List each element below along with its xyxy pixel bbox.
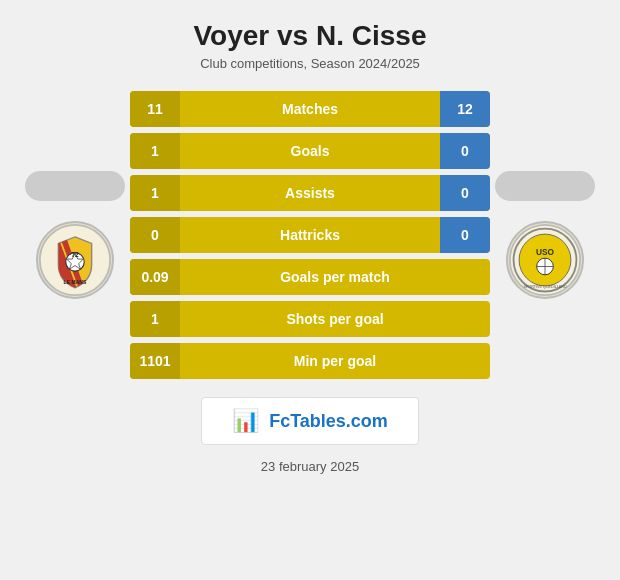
stat-row-0: 11Matches12	[130, 91, 490, 127]
footer-date: 23 february 2025	[261, 459, 359, 474]
stat-row-5: 1Shots per goal	[130, 301, 490, 337]
stat-right-val-2: 0	[440, 175, 490, 211]
page-subtitle: Club competitions, Season 2024/2025	[200, 56, 420, 71]
stat-left-val-5: 1	[130, 301, 180, 337]
stat-right-val-0: 12	[440, 91, 490, 127]
stat-right-val-1: 0	[440, 133, 490, 169]
page-title: Voyer vs N. Cisse	[194, 20, 427, 52]
svg-text:72: 72	[71, 251, 79, 258]
svg-text:LE MANS: LE MANS	[64, 279, 87, 285]
left-team-badge: 72 LE MANS	[36, 221, 114, 299]
right-team-pill	[495, 171, 595, 201]
stat-row-1: 1Goals0	[130, 133, 490, 169]
stat-left-val-2: 1	[130, 175, 180, 211]
stat-row-3: 0Hattricks0	[130, 217, 490, 253]
stat-label-3: Hattricks	[180, 217, 440, 253]
stat-left-val-4: 0.09	[130, 259, 180, 295]
left-team-pill	[25, 171, 125, 201]
stat-left-val-3: 0	[130, 217, 180, 253]
stat-right-val-3: 0	[440, 217, 490, 253]
quedillac-logo-svg: USO SPORTIVE QUEDILLARD	[508, 223, 582, 297]
fctables-banner[interactable]: 📊 FcTables.com	[201, 397, 419, 445]
stat-left-val-1: 1	[130, 133, 180, 169]
right-team-logo-area: USO SPORTIVE QUEDILLARD	[490, 171, 600, 299]
stat-row-2: 1Assists0	[130, 175, 490, 211]
fctables-label: FcTables.com	[269, 411, 388, 432]
page-wrapper: Voyer vs N. Cisse Club competitions, Sea…	[0, 0, 620, 580]
stats-panel: 11Matches121Goals01Assists00Hattricks00.…	[130, 91, 490, 379]
le-mans-logo-svg: 72 LE MANS	[38, 223, 112, 297]
left-team-logo-area: 72 LE MANS	[20, 171, 130, 299]
stat-label-4: Goals per match	[180, 259, 490, 295]
stat-label-5: Shots per goal	[180, 301, 490, 337]
svg-text:SPORTIVE QUEDILLARD: SPORTIVE QUEDILLARD	[523, 285, 567, 289]
stat-row-6: 1101Min per goal	[130, 343, 490, 379]
fctables-icon: 📊	[232, 408, 259, 434]
stat-left-val-6: 1101	[130, 343, 180, 379]
stat-label-1: Goals	[180, 133, 440, 169]
stat-left-val-0: 11	[130, 91, 180, 127]
svg-text:USO: USO	[536, 247, 555, 257]
stat-row-4: 0.09Goals per match	[130, 259, 490, 295]
stat-label-6: Min per goal	[180, 343, 490, 379]
right-team-badge: USO SPORTIVE QUEDILLARD	[506, 221, 584, 299]
comparison-area: 72 LE MANS 11Matches121Goals01Assists00H…	[10, 91, 610, 379]
stat-label-2: Assists	[180, 175, 440, 211]
stat-label-0: Matches	[180, 91, 440, 127]
